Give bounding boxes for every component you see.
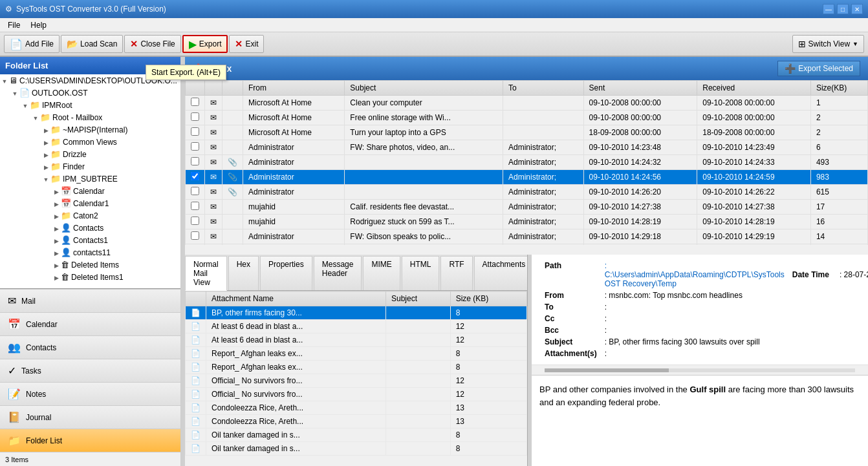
att-col-subject[interactable]: Subject (386, 291, 451, 306)
view-tab-mime[interactable]: MIME (363, 256, 400, 290)
row-checkbox[interactable] (186, 185, 205, 200)
table-row[interactable]: ✉ 📎 Administrator Administrator; 09-10-2… (186, 185, 868, 200)
minimize-button[interactable]: — (823, 4, 834, 14)
folder-tree-item-contacts11[interactable]: 👤contacts11 (0, 246, 180, 259)
table-row[interactable]: ✉ mujahid Calif. residents flee devastat… (186, 200, 868, 215)
attachment-row[interactable]: 📄 At least 6 dead in blast a... 12 (186, 334, 527, 347)
attachment-row[interactable]: 📄 Condoleezza Rice, Areth... 13 (186, 401, 527, 415)
view-tab-html[interactable]: HTML (402, 256, 440, 290)
attachment-row[interactable]: 📄 At least 6 dead in blast a... 12 (186, 320, 527, 334)
attachment-row[interactable]: 📄 Oil tanker damaged in s... 8 (186, 429, 527, 442)
view-tab-attachments[interactable]: Attachments (474, 256, 528, 290)
view-tab-hex[interactable]: Hex (228, 256, 259, 290)
folder-tree-item-mapinsp[interactable]: 📁~MAPISP(Internal) (0, 123, 180, 136)
row-checkbox[interactable] (186, 170, 205, 185)
close-file-button[interactable]: ✕ Close File (124, 35, 180, 53)
col-subject[interactable]: Subject (345, 81, 503, 96)
folder-tree-item-calendar1[interactable]: 📅Calendar1 (0, 197, 180, 209)
col-received[interactable]: Received (697, 81, 811, 96)
folder-tree-item-deleteditems1[interactable]: 🗑Deleted Items1 (0, 271, 180, 283)
attachment-row[interactable]: 📄 Official_ No survivors fro... 12 (186, 374, 527, 388)
row-checkbox[interactable] (186, 229, 205, 244)
export-button[interactable]: ▶ Export (182, 35, 228, 53)
export-selected-button[interactable]: ➕ Export Selected (777, 61, 860, 76)
folder-tree-item-ost[interactable]: 📄OUTLOOK.OST (0, 87, 180, 99)
tree-toggle[interactable] (52, 260, 61, 270)
folder-tree-item-caton2[interactable]: 📁Caton2 (0, 209, 180, 222)
folder-tree-item-deleteditems[interactable]: 🗑Deleted Items (0, 259, 180, 271)
row-checkbox[interactable] (186, 244, 205, 246)
table-row[interactable]: ✉ 📎 Administrator Administrator; 09-10-2… (186, 170, 868, 185)
attachment-row[interactable]: 📄 Report_ Afghan leaks ex... 8 (186, 347, 527, 361)
folder-tree-item-ipmroot[interactable]: 📁IPMRoot (0, 99, 180, 111)
row-checkbox[interactable] (186, 140, 205, 155)
tree-toggle[interactable] (41, 162, 50, 171)
row-checkbox[interactable] (186, 125, 205, 140)
nav-item-tasks[interactable]: ✓Tasks (0, 359, 180, 382)
email-checkbox[interactable] (191, 98, 199, 106)
maximize-button[interactable]: □ (837, 4, 849, 14)
view-tab-normal-mail-view[interactable]: Normal Mail View (185, 256, 227, 291)
att-col-size[interactable]: Size (KB) (450, 291, 526, 306)
switch-view-button[interactable]: ⊞ Switch View ▼ (792, 35, 864, 53)
tree-toggle[interactable] (52, 199, 61, 208)
table-row[interactable]: ✉ mujahid Rodriguez stuck on 599 as T...… (186, 215, 868, 229)
email-checkbox[interactable] (191, 172, 199, 180)
tree-toggle[interactable] (41, 150, 50, 159)
row-checkbox[interactable] (186, 155, 205, 170)
table-row[interactable]: ✉ Microsoft At Home Free online storage … (186, 111, 868, 125)
email-checkbox[interactable] (191, 142, 199, 151)
nav-item-calendar[interactable]: 📅Calendar (0, 312, 180, 335)
view-tab-properties[interactable]: Properties (260, 256, 312, 290)
col-from[interactable]: From (243, 81, 345, 96)
row-checkbox[interactable] (186, 111, 205, 125)
nav-item-contacts[interactable]: 👥Contacts (0, 335, 180, 359)
tree-toggle[interactable] (52, 248, 61, 257)
folder-tree-item-contacts[interactable]: 👤Contacts (0, 222, 180, 234)
nav-item-folderlist[interactable]: 📁Folder List (0, 429, 180, 452)
add-file-button[interactable]: 📄 Add File (4, 35, 60, 53)
table-row[interactable]: ✉ Administrator FW: Gibson speaks to pol… (186, 229, 868, 244)
email-checkbox[interactable] (191, 112, 199, 121)
row-checkbox[interactable] (186, 96, 205, 111)
close-button[interactable]: ✕ (851, 4, 863, 14)
view-tab-rtf[interactable]: RTF (440, 256, 472, 290)
view-tab-message-header[interactable]: Message Header (314, 256, 362, 290)
tree-toggle[interactable] (52, 273, 61, 282)
table-row[interactable]: ✉ Microsoft At Home Clean your computer … (186, 96, 868, 111)
email-checkbox[interactable] (191, 231, 199, 240)
preview-scrollbar[interactable] (532, 365, 868, 376)
folder-tree-item-calendar[interactable]: 📅Calendar (0, 185, 180, 197)
col-to[interactable]: To (503, 81, 584, 96)
email-checkbox[interactable] (191, 127, 199, 136)
email-checkbox[interactable] (191, 202, 199, 210)
att-col-name[interactable]: Attachment Name (206, 291, 386, 306)
table-row[interactable]: ✉ 📎 Administrator Administrator; 09-10-2… (186, 155, 868, 170)
tree-toggle[interactable] (10, 89, 19, 98)
col-size[interactable]: Size(KB) (810, 81, 867, 96)
row-checkbox[interactable] (186, 215, 205, 229)
attachment-row[interactable]: 📄 Report_ Afghan leaks ex... 8 (186, 361, 527, 374)
attachment-row[interactable]: 📄 Oil tanker damaged in s... 8 (186, 442, 527, 456)
tree-toggle[interactable] (52, 236, 61, 245)
tree-toggle[interactable] (0, 76, 9, 85)
attachment-row[interactable]: 📄 BP, other firms facing 30... 8 (186, 306, 527, 320)
folder-tree-item-drizzle[interactable]: 📁Drizzle (0, 148, 180, 160)
row-checkbox[interactable] (186, 200, 205, 215)
email-checkbox[interactable] (191, 187, 199, 195)
menu-file[interactable]: File (3, 19, 25, 31)
folder-tree-item-ipmsubtree[interactable]: 📁IPM_SUBTREE (0, 173, 180, 185)
table-row[interactable]: ✉ 📎 test-anup BP, other firms facing 300… (186, 244, 868, 246)
tree-toggle[interactable] (52, 187, 61, 196)
load-scan-button[interactable]: 📂 Load Scan (61, 35, 123, 53)
tree-toggle[interactable] (52, 211, 61, 220)
folder-tree[interactable]: 🖥C:\USERS\ADMIN\DESKTOP\OUTLOOK.O...📄OUT… (0, 74, 180, 288)
attachment-table-container[interactable]: Attachment Name Subject Size (KB) 📄 BP, … (185, 291, 527, 466)
folder-tree-item-finder[interactable]: 📁Finder (0, 160, 180, 173)
tree-toggle[interactable] (31, 113, 40, 122)
email-checkbox[interactable] (191, 157, 199, 165)
folder-tree-item-contacts1[interactable]: 👤Contacts1 (0, 234, 180, 246)
col-sent[interactable]: Sent (583, 81, 697, 96)
folder-tree-item-mailbox[interactable]: 📁Root - Mailbox (0, 111, 180, 123)
email-checkbox[interactable] (191, 217, 199, 225)
